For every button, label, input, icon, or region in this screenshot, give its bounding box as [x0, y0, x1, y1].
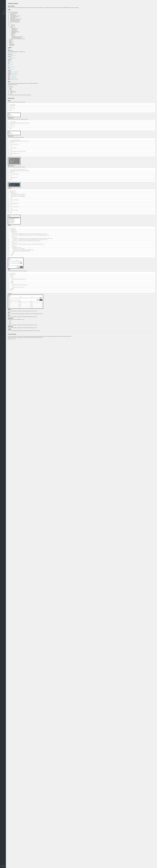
table-row: LisaSimpsonDaughter	[9, 307, 42, 308]
code-closable: <div class="brick"> <a class="close"><sp…	[8, 120, 155, 131]
forms-heading: Forms	[8, 225, 155, 226]
link[interactable]: http://litit.github.com	[8, 66, 15, 67]
fonts-subheading: fonts	[8, 49, 155, 50]
code-loading: <div class="brick is-loading"> <a class=…	[8, 138, 155, 157]
main-content: Getting started About Dream Dream is mea…	[6, 0, 157, 868]
preview-search-table: Title Name Surname Roleadmin Date Reset …	[8, 294, 43, 309]
link[interactable]: http://SimpleGrid.com	[12, 71, 19, 72]
send-button[interactable]: Send	[20, 267, 23, 268]
loading-heading: Loading bricks	[8, 135, 155, 137]
role-select[interactable]: admin	[18, 262, 23, 264]
start-heading: Start	[8, 81, 155, 83]
nav-github[interactable]: Dream on Github	[0, 14, 6, 15]
table-heading: Table	[8, 269, 155, 270]
code-brick: <div class="brick"> <h3>Title</h3> <p> S…	[8, 103, 155, 112]
age-field[interactable]	[9, 263, 13, 264]
filter-role[interactable]: admin	[31, 298, 42, 298]
sidebar-footer: Copyright Dream Admin. A Free Admin Temp…	[0, 865, 6, 867]
link[interactable]: http://fonts.google.com	[8, 55, 16, 56]
start-text: You will need Gulp, Node and Npm install…	[8, 83, 155, 84]
surname-field[interactable]	[16, 261, 23, 262]
code-toolbar: <div class="brick"> <h3>Title</h3> <div …	[8, 189, 155, 214]
date-field[interactable]	[9, 265, 23, 266]
filters-heading: and filters	[8, 293, 155, 294]
link[interactable]: http://fonts.google.com	[8, 57, 16, 58]
tasks-list: tasksbuild-styleswatch site-lessbuildcop…	[9, 86, 155, 94]
code-table: <div class="brick"> <h3>Title</h3> <tabl…	[8, 272, 155, 292]
filter-button[interactable]: Filter	[40, 299, 42, 301]
credits-more: SimpleGrid – http://SimpleGrid.com norma…	[8, 71, 155, 80]
link[interactable]: http://momentjs.com	[11, 78, 18, 79]
components-subheading: components	[8, 59, 155, 60]
closable-heading: Closable blocks	[8, 118, 155, 119]
filter-date[interactable]	[9, 300, 19, 301]
lists-heading: Lists	[8, 312, 155, 313]
link[interactable]: http://github.com	[8, 61, 14, 62]
code-bg: <div class="brick white-color main-backg…	[8, 168, 155, 182]
more-subheading: and more	[8, 70, 155, 71]
preview-form: Title Name Surname Age City Roleadmin Da…	[8, 258, 24, 269]
reset-button[interactable]: Reset	[17, 267, 20, 268]
final-words-title: Final Words	[8, 333, 155, 335]
name-field[interactable]	[9, 261, 15, 262]
close-icon[interactable]: ✕	[19, 132, 20, 133]
preview-loading: Title I'm just a content blockwaiting to…	[8, 157, 21, 165]
table-row: HomerSimpsonFather	[9, 303, 42, 304]
tooltips-heading: Tooltips	[8, 329, 155, 330]
bg-heading: Red background	[8, 165, 155, 166]
elements-title: Elements	[8, 97, 155, 99]
link[interactable]: http://necolas.com	[11, 73, 18, 74]
link[interactable]: http://bitfire.at	[8, 64, 12, 65]
link[interactable]: http://animate.com	[12, 74, 18, 75]
files-heading: Files	[8, 9, 155, 10]
toolbar-heading: Icons Bar	[8, 188, 155, 189]
about-heading: About Dream	[8, 5, 155, 7]
link[interactable]: http://jquery.com	[11, 75, 16, 76]
credits-heading: Credits	[8, 47, 155, 49]
alerts-heading: Alert Boxes	[8, 326, 155, 328]
table-row: MargeSimpsonMother	[9, 304, 42, 305]
link[interactable]: http://WpSumo.com	[8, 69, 15, 70]
data-table: NameSurnameRole HomerSimpsonFather Marge…	[9, 301, 42, 308]
link[interactable]: http://chart.org	[11, 76, 16, 78]
tabs-heading: Tabs	[8, 315, 155, 316]
table-row: BartSimpsonSon	[9, 305, 42, 307]
preview-toolbar: Title I'm just a content blockwaiting to…	[8, 215, 21, 224]
notification-types: successinfowarningerror	[9, 320, 155, 324]
preview-bg: TitleI'm just a content block	[8, 182, 21, 187]
link[interactable]: http://elegantthemes.com	[8, 52, 17, 53]
preview-brick: TitleSome content	[8, 113, 21, 117]
link[interactable]: http://flatpickr.js.org	[11, 79, 18, 80]
about-text: Dream is meant to be a no-polyfill but e…	[8, 7, 155, 8]
code-form: <div class="brick"> <div class="row"> <h…	[8, 227, 155, 257]
bricks-heading: Bricks	[8, 100, 155, 101]
preview-closable: ✕ TitleSome content	[8, 131, 21, 135]
filter-name[interactable]	[9, 298, 19, 299]
credits-components: TOLShothttp://github.com Bitfirehttp://b…	[8, 60, 155, 70]
toolbar-icons[interactable]	[9, 217, 20, 218]
page-title: Getting started	[8, 2, 155, 5]
city-field[interactable]	[13, 263, 18, 264]
notifications-heading: Notifications	[8, 318, 155, 319]
charts-heading: Charts	[8, 309, 155, 310]
sidebar: Home Getting started Elements Final Word…	[0, 0, 6, 868]
filter-reset-button[interactable]: Reset	[37, 299, 40, 301]
filter-surname[interactable]	[20, 298, 31, 299]
files-tree: • less site.less (all variable import)di…	[9, 11, 155, 46]
credits-fonts: Elegant icon fonta beautiful icon font b…	[8, 50, 155, 58]
